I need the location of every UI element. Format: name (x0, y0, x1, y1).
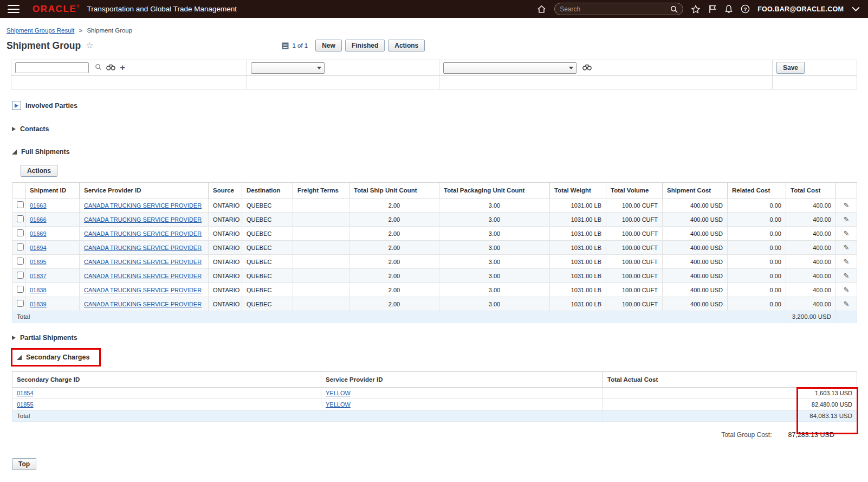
service-provider-link[interactable]: CANADA TRUCKING SERVICE PROVIDER (84, 287, 202, 293)
new-button[interactable]: New (315, 40, 342, 52)
section-toggle-contacts[interactable]: Contacts (12, 125, 868, 133)
favorites-star-icon[interactable] (691, 4, 701, 14)
section-toggle-full-shipments[interactable]: Full Shipments (12, 148, 868, 156)
hamburger-menu-icon[interactable] (8, 5, 20, 13)
shipment-id-link[interactable]: 01663 (30, 202, 47, 209)
triangle-right-icon (15, 104, 18, 108)
section-toggle-secondary-charges[interactable]: Secondary Charges (17, 354, 89, 361)
full-shipments-actions-button[interactable]: Actions (21, 165, 57, 177)
form-empty-cell (439, 76, 773, 89)
ship-unit-count-cell: 2.00 (349, 255, 439, 269)
service-provider-link[interactable]: CANADA TRUCKING SERVICE PROVIDER (84, 245, 202, 251)
row-checkbox[interactable] (17, 258, 24, 265)
breadcrumb: Shipment Groups Result > Shipment Group (0, 18, 868, 34)
section-toggle-involved-parties[interactable]: Involved Parties (12, 101, 868, 110)
record-list-icon[interactable] (282, 42, 289, 49)
related-cost-cell: 0.00 (728, 269, 786, 283)
edit-cell (836, 255, 857, 269)
freight-terms-cell (293, 269, 349, 283)
secondary-charges-total-row: Total 84,083.13 USD (12, 410, 857, 422)
total-cost-cell: 400.00 (786, 269, 836, 283)
top-button[interactable]: Top (12, 458, 36, 470)
secondary-charge-id-link[interactable]: 01855 (17, 401, 34, 408)
edit-pencil-icon[interactable] (844, 286, 850, 294)
service-provider-link[interactable]: YELLOW (326, 401, 351, 408)
flag-icon[interactable] (708, 4, 717, 14)
field-search-icon[interactable] (95, 63, 102, 73)
shipment-id-link[interactable]: 01695 (30, 259, 47, 265)
service-provider-link[interactable]: YELLOW (326, 390, 351, 396)
add-icon[interactable]: + (120, 63, 125, 72)
total-weight-cell: 1031.00 LB (550, 269, 606, 283)
row-checkbox[interactable] (17, 286, 24, 293)
total-volume-cell: 100.00 CUFT (606, 198, 663, 213)
checkbox-cell (12, 297, 25, 311)
binoculars-lookup-icon[interactable] (582, 63, 592, 73)
shipment-cost-cell: 400.00 USD (663, 269, 728, 283)
breadcrumb-separator: > (79, 27, 83, 34)
search-box[interactable] (554, 3, 683, 15)
shipment-id-cell: 01694 (25, 241, 80, 255)
form-select-1[interactable] (251, 62, 325, 74)
shipment-cost-cell: 400.00 USD (663, 255, 728, 269)
form-cell-select-2 (439, 60, 773, 76)
row-checkbox[interactable] (17, 201, 24, 208)
finished-button[interactable]: Finished (345, 40, 385, 52)
secondary-charge-id-link[interactable]: 01854 (17, 390, 34, 396)
search-icon[interactable] (670, 5, 678, 13)
service-provider-link[interactable]: CANADA TRUCKING SERVICE PROVIDER (84, 301, 202, 307)
edit-pencil-icon[interactable] (844, 201, 850, 209)
full-shipments-table: Shipment ID Service Provider ID Source D… (12, 182, 857, 323)
row-checkbox[interactable] (17, 272, 24, 279)
favorite-star-icon[interactable]: ☆ (86, 41, 93, 50)
shipment-id-link[interactable]: 01837 (30, 273, 47, 279)
service-provider-link[interactable]: CANADA TRUCKING SERVICE PROVIDER (84, 202, 202, 209)
shipment-id-link[interactable]: 01666 (30, 216, 47, 223)
shipment-id-link[interactable]: 01838 (30, 287, 47, 293)
total-volume-cell: 100.00 CUFT (606, 297, 663, 311)
section-toggle-partial-shipments[interactable]: Partial Shipments (12, 334, 868, 342)
form-select-2[interactable] (443, 62, 576, 74)
help-icon[interactable]: ? (741, 4, 750, 14)
row-checkbox[interactable] (17, 300, 24, 307)
notifications-bell-icon[interactable] (724, 4, 733, 14)
row-checkbox[interactable] (17, 215, 24, 222)
binoculars-lookup-icon[interactable] (106, 63, 115, 73)
edit-column-header (836, 183, 857, 198)
edit-pencil-icon[interactable] (844, 229, 850, 237)
edit-pencil-icon[interactable] (844, 300, 850, 308)
shipment-id-link[interactable]: 01694 (30, 245, 47, 251)
shipment-id-link[interactable]: 01839 (30, 301, 47, 307)
home-icon[interactable] (536, 4, 547, 14)
column-header: Related Cost (728, 183, 786, 198)
expand-icon-box[interactable] (12, 101, 21, 110)
service-provider-link[interactable]: CANADA TRUCKING SERVICE PROVIDER (84, 259, 202, 265)
edit-pencil-icon[interactable] (844, 258, 850, 266)
shipment-id-link[interactable]: 01669 (30, 230, 47, 237)
table-row: 01838 CANADA TRUCKING SERVICE PROVIDER O… (12, 283, 857, 297)
chevron-down-icon[interactable] (851, 6, 860, 12)
edit-pencil-icon[interactable] (844, 215, 850, 223)
source-cell: ONTARIO (209, 255, 242, 269)
edit-cell (836, 198, 857, 213)
edit-pencil-icon[interactable] (844, 243, 850, 252)
service-provider-link[interactable]: CANADA TRUCKING SERVICE PROVIDER (84, 273, 202, 279)
save-button[interactable]: Save (776, 62, 805, 74)
ship-unit-count-cell: 2.00 (349, 213, 439, 227)
breadcrumb-link-shipment-groups-result[interactable]: Shipment Groups Result (7, 27, 74, 34)
user-menu[interactable]: FOO.BAR@ORACLE.COM (757, 5, 844, 13)
header-actions-button[interactable]: Actions (388, 40, 425, 52)
shipment-cost-cell: 400.00 USD (663, 213, 728, 227)
edit-pencil-icon[interactable] (844, 272, 850, 280)
ship-unit-count-cell: 2.00 (349, 297, 439, 311)
row-checkbox[interactable] (17, 243, 24, 250)
service-provider-link[interactable]: CANADA TRUCKING SERVICE PROVIDER (84, 216, 202, 223)
packaging-unit-count-cell: 3.00 (439, 297, 550, 311)
service-provider-link[interactable]: CANADA TRUCKING SERVICE PROVIDER (84, 230, 202, 237)
table-row: 01855 YELLOW 82,480.00 USD (12, 399, 857, 410)
topbar: ORACLE ® Transportation and Global Trade… (0, 0, 868, 18)
form-lookup-input[interactable] (15, 62, 89, 73)
row-checkbox[interactable] (17, 229, 24, 236)
search-input[interactable] (560, 5, 667, 13)
topbar-right-cluster: ? FOO.BAR@ORACLE.COM (536, 3, 860, 15)
